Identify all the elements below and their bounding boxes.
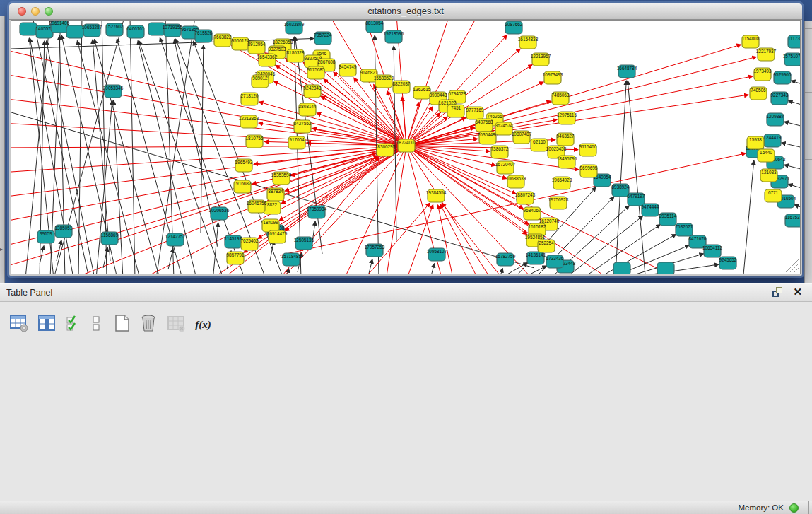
network-node[interactable]: 1527602 bbox=[106, 23, 124, 36]
network-node[interactable] bbox=[66, 25, 83, 38]
network-node[interactable]: 8427552 bbox=[294, 120, 312, 133]
network-node[interactable]: 3624574 bbox=[495, 122, 513, 135]
network-node[interactable]: 19218596 bbox=[384, 30, 404, 43]
network-node[interactable]: 9474444 bbox=[642, 204, 659, 216]
network-node[interactable]: 10654112 bbox=[702, 245, 722, 257]
network-node[interactable]: 15751074 bbox=[783, 53, 801, 66]
network-node[interactable]: 10973493 bbox=[543, 71, 563, 84]
network-node[interactable]: 16648784 bbox=[617, 65, 637, 78]
network-node[interactable]: 9777169 bbox=[466, 107, 484, 119]
network-node[interactable]: 15718485 bbox=[281, 253, 302, 266]
network-node[interactable]: 1916682 bbox=[234, 180, 252, 193]
network-node[interactable]: 62160 bbox=[531, 139, 548, 151]
network-node[interactable]: 1973493 bbox=[754, 68, 772, 81]
network-node[interactable]: 16543362 bbox=[257, 54, 278, 66]
table-panel-header[interactable]: Table Panel ✕ bbox=[0, 283, 812, 302]
network-node[interactable]: 9242848 bbox=[304, 85, 322, 98]
network-node[interactable]: 6771 bbox=[765, 189, 782, 202]
resize-grip-icon[interactable] bbox=[786, 259, 799, 272]
network-node[interactable]: 14136141 bbox=[526, 252, 546, 264]
close-panel-icon[interactable]: ✕ bbox=[793, 286, 802, 298]
network-node[interactable]: 9529966 bbox=[774, 71, 792, 84]
network-node[interactable] bbox=[20, 23, 37, 35]
network-node[interactable]: 18807243 bbox=[515, 192, 536, 204]
network-node[interactable]: 15440 bbox=[758, 149, 775, 162]
delete-column-button[interactable] bbox=[140, 314, 158, 335]
network-node[interactable]: 39159 bbox=[37, 230, 54, 243]
show-columns-button[interactable] bbox=[38, 315, 56, 335]
network-node[interactable]: 7632621 bbox=[676, 223, 693, 236]
network-node[interactable]: 6497568 bbox=[476, 119, 493, 132]
table-settings-button[interactable] bbox=[10, 315, 29, 335]
network-node[interactable]: 15688520 bbox=[374, 75, 394, 88]
network-node[interactable]: 6466161 bbox=[127, 25, 145, 38]
network-node[interactable]: 20364486 bbox=[478, 132, 498, 144]
network-node[interactable]: 19384554 bbox=[426, 189, 447, 202]
network-node[interactable]: 20206536 bbox=[209, 207, 230, 220]
network-node[interactable]: 1244419 bbox=[764, 134, 782, 147]
network-node[interactable]: 1167533 bbox=[785, 214, 801, 227]
network-node[interactable] bbox=[657, 262, 674, 274]
network-node[interactable]: 9245652 bbox=[719, 257, 737, 269]
network-node[interactable]: 16154838 bbox=[518, 36, 539, 49]
network-node[interactable]: 1733436 bbox=[546, 255, 564, 268]
network-node[interactable]: 16046756 bbox=[247, 200, 267, 213]
network-node[interactable]: 15938 bbox=[747, 136, 764, 149]
network-node[interactable]: 8822037 bbox=[393, 81, 411, 93]
network-node[interactable]: 1965493 bbox=[235, 159, 253, 172]
network-node[interactable]: 10653287 bbox=[82, 24, 102, 37]
network-node[interactable]: 10719155 bbox=[163, 24, 183, 37]
network-node[interactable]: 7625402 bbox=[241, 238, 259, 250]
network-node[interactable]: 12217937 bbox=[756, 48, 777, 61]
network-node[interactable]: 15353594 bbox=[271, 172, 292, 185]
network-node[interactable]: 9857791 bbox=[227, 252, 245, 264]
network-node[interactable]: 7615526 bbox=[195, 30, 213, 42]
network-canvas[interactable]: 1405571206914061065328715276026466161107… bbox=[11, 20, 801, 274]
network-node[interactable]: 8813054 bbox=[366, 21, 384, 33]
network-node[interactable]: 1145193 bbox=[225, 235, 242, 248]
network-node[interactable]: 9227343 bbox=[771, 92, 789, 105]
network-node[interactable]: 16033809 bbox=[284, 21, 305, 34]
network-node[interactable]: 184099 bbox=[262, 219, 279, 232]
network-window[interactable]: citations_edges.txt 14055712069140610653… bbox=[9, 3, 802, 276]
unselect-columns-button[interactable] bbox=[92, 315, 100, 335]
network-node[interactable]: 252254 bbox=[538, 240, 555, 252]
network-node[interactable]: 1385051 bbox=[55, 225, 73, 238]
network-node[interactable]: 1810755 bbox=[246, 135, 264, 148]
network-node[interactable]: 9175685 bbox=[307, 66, 325, 79]
network-node[interactable]: 748506 bbox=[750, 87, 767, 100]
network-node[interactable]: 9699695 bbox=[580, 165, 598, 177]
network-node[interactable]: 9115460 bbox=[579, 144, 597, 156]
network-node[interactable]: 12975115 bbox=[557, 112, 577, 124]
right-panel-edge[interactable] bbox=[804, 21, 812, 283]
network-node[interactable]: 7663822 bbox=[214, 34, 232, 47]
network-node[interactable]: 9463627 bbox=[557, 133, 575, 146]
network-node[interactable]: 989012 bbox=[252, 75, 269, 88]
network-node[interactable]: 18300295 bbox=[375, 144, 396, 156]
network-node[interactable]: 7857224 bbox=[314, 32, 332, 45]
network-node[interactable]: 917004 bbox=[288, 136, 305, 149]
network-node[interactable]: 19756928 bbox=[548, 197, 569, 209]
network-node[interactable]: 10958107 bbox=[427, 248, 447, 261]
network-node[interactable]: 887834 bbox=[267, 188, 284, 201]
select-all-columns-button[interactable] bbox=[66, 315, 83, 335]
memory-status-indicator[interactable] bbox=[789, 503, 799, 513]
network-node[interactable] bbox=[613, 262, 630, 274]
network-node[interactable]: 1154808 bbox=[742, 35, 760, 48]
network-node[interactable]: 1117304 bbox=[788, 35, 801, 48]
network-node[interactable]: 8454749 bbox=[339, 64, 357, 76]
network-node[interactable]: 19654923 bbox=[552, 177, 572, 189]
panel-expand-arrow-icon[interactable]: ▸ bbox=[0, 246, 3, 252]
network-node[interactable]: 7485063 bbox=[552, 92, 570, 105]
float-panel-icon[interactable] bbox=[772, 287, 784, 298]
network-node[interactable]: 17957253 bbox=[365, 244, 385, 257]
network-node[interactable]: 12213967 bbox=[531, 53, 551, 66]
network-node[interactable]: 16914479 bbox=[267, 230, 288, 243]
network-node[interactable]: 8912954 bbox=[248, 41, 266, 54]
network-node[interactable]: 20053346 bbox=[103, 85, 124, 98]
network-node[interactable]: 7451 bbox=[447, 105, 464, 117]
left-panel-edge[interactable]: ▸ bbox=[0, 16, 5, 283]
network-node[interactable]: 10688639 bbox=[506, 175, 526, 188]
network-node[interactable]: 16782759 bbox=[495, 253, 516, 266]
network-node[interactable]: 16720407 bbox=[495, 161, 516, 174]
